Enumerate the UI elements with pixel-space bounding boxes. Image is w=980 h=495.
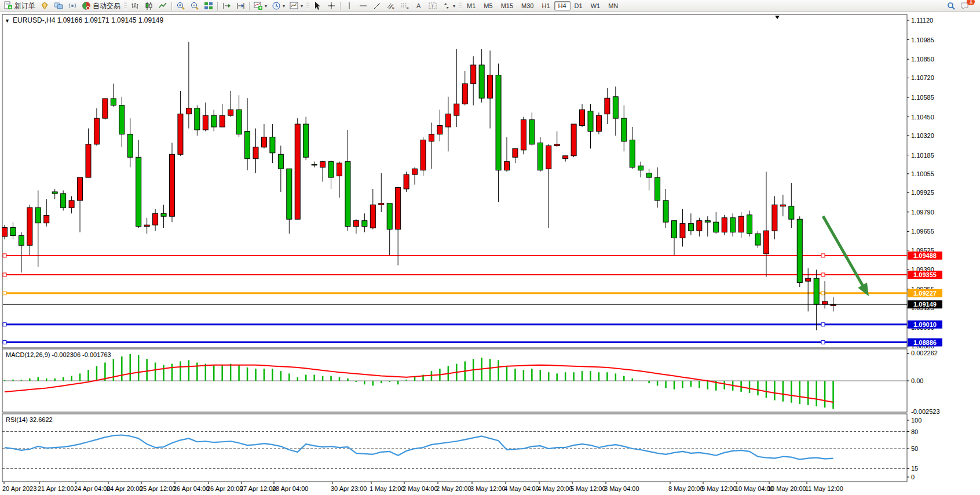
signal-icon — [68, 1, 77, 10]
chart-pane[interactable] — [2, 414, 907, 482]
line-handle[interactable] — [3, 254, 6, 257]
toolbar-grip — [459, 2, 462, 10]
notifications-button[interactable]: 1 — [958, 0, 972, 12]
toolbar-separator — [249, 2, 250, 10]
text-label-tool-button[interactable]: T — [426, 0, 440, 12]
svg-text:1.10185: 1.10185 — [911, 152, 934, 159]
arrows-tool-button[interactable]: ▾ — [440, 0, 458, 12]
search-button[interactable] — [944, 0, 958, 12]
notification-badge: 1 — [967, 0, 975, 5]
candle-chart-type-button[interactable] — [142, 0, 156, 12]
indicators-button[interactable]: ▾ — [287, 0, 305, 12]
line-handle[interactable] — [821, 323, 825, 326]
svg-text:1.09790: 1.09790 — [911, 209, 934, 216]
svg-text:-0.002523: -0.002523 — [911, 408, 940, 415]
search-icon — [946, 1, 956, 10]
autotrade-button[interactable]: 自动交易 — [79, 0, 123, 12]
equidistant-channel-tool-button[interactable]: E — [384, 0, 398, 12]
line-handle[interactable] — [821, 341, 825, 344]
line-handle[interactable] — [821, 254, 825, 257]
svg-text:1.10585: 1.10585 — [911, 94, 934, 101]
new-order-label: 新订单 — [14, 1, 35, 11]
tile-windows-icon — [204, 1, 213, 10]
text-tool-button[interactable]: A — [412, 0, 426, 12]
svg-text:1.08886: 1.08886 — [913, 339, 937, 346]
chart-window: 1.111201.109851.108501.107201.105851.104… — [0, 12, 980, 495]
time-label: 2 May 20:00 — [436, 485, 471, 492]
time-label: 10 May 20:00 — [767, 485, 806, 492]
trendline-tool-button[interactable] — [370, 0, 384, 12]
line-handle[interactable] — [3, 292, 6, 295]
data-window-button[interactable] — [65, 0, 79, 12]
line-handle[interactable] — [821, 292, 825, 295]
svg-text:1.09227: 1.09227 — [913, 290, 937, 297]
line-handle[interactable] — [821, 273, 825, 276]
fibonacci-tool-button[interactable]: F — [398, 0, 412, 12]
svg-text:A: A — [416, 2, 421, 9]
chart-menu-marker: ▼ — [5, 18, 10, 24]
tf-mn[interactable]: MN — [604, 1, 622, 10]
line-chart-type-button[interactable] — [156, 0, 170, 12]
tf-w1[interactable]: W1 — [587, 1, 605, 10]
crosshair-tool-button[interactable] — [324, 0, 338, 12]
line-handle[interactable] — [3, 273, 6, 276]
trading-terminal-window: { "toolbar": { "new_order_label": "新订单",… — [0, 0, 980, 495]
line-handle[interactable] — [3, 341, 6, 344]
terminals-icon — [54, 1, 63, 10]
time-label: 2 May 04:00 — [403, 485, 438, 492]
time-label: 5 May 12:00 — [571, 485, 606, 492]
line-chart-icon — [158, 1, 167, 10]
svg-text:100: 100 — [911, 417, 922, 424]
chart-shift-button[interactable] — [233, 0, 247, 12]
tf-m5[interactable]: M5 — [480, 1, 496, 10]
zoom-in-button[interactable] — [174, 0, 188, 12]
tf-h4[interactable]: H4 — [554, 1, 571, 10]
clock-icon — [272, 1, 281, 10]
cursor-icon — [313, 1, 322, 10]
time-label: 20 Apr 2023 — [2, 485, 36, 492]
market-watch-button[interactable] — [52, 0, 65, 12]
horizontal-line-icon — [359, 1, 368, 10]
time-label: 28 Apr 04:00 — [272, 485, 308, 492]
chart-title: EURUSD-,H4 1.09166 1.09171 1.09145 1.091… — [13, 16, 164, 24]
tf-m15[interactable]: M15 — [497, 1, 517, 10]
chart-canvas[interactable]: 1.111201.109851.108501.107201.105851.104… — [0, 12, 980, 495]
svg-text:1.09488: 1.09488 — [913, 252, 937, 259]
time-label: 3 May 12:00 — [470, 485, 506, 492]
time-label: 30 Apr 23:00 — [331, 485, 367, 492]
tf-m1[interactable]: M1 — [463, 1, 480, 10]
line-handle[interactable] — [3, 323, 6, 326]
zoom-out-button[interactable] — [188, 0, 202, 12]
period-button[interactable]: ▾ — [269, 0, 287, 12]
zoom-out-icon — [190, 1, 199, 10]
svg-text:1.09925: 1.09925 — [911, 189, 934, 196]
toolbar-grip — [306, 2, 309, 10]
bar-chart-type-button[interactable] — [128, 0, 142, 12]
svg-text:T: T — [431, 3, 434, 9]
svg-text:1.09010: 1.09010 — [913, 321, 937, 328]
time-axis[interactable] — [4, 482, 807, 484]
svg-text:1.10450: 1.10450 — [911, 114, 934, 121]
time-label: 25 Apr 12:00 — [140, 485, 175, 492]
horizontal-line-tool-button[interactable] — [356, 0, 370, 12]
svg-text:50: 50 — [911, 445, 918, 452]
new-chart-button[interactable]: ▾ — [251, 0, 269, 12]
svg-text:1.09655: 1.09655 — [911, 228, 934, 235]
favorites-button[interactable] — [38, 0, 52, 12]
tf-m30[interactable]: M30 — [517, 1, 537, 10]
tf-d1[interactable]: D1 — [571, 1, 587, 10]
auto-scroll-button[interactable] — [220, 0, 233, 12]
tf-h1[interactable]: H1 — [537, 1, 554, 10]
svg-text:80: 80 — [911, 428, 918, 435]
svg-text:1.10320: 1.10320 — [911, 132, 934, 139]
new-order-button[interactable]: 新订单 — [1, 0, 38, 12]
chart-shift-icon — [236, 1, 245, 10]
autotrade-icon — [82, 1, 91, 10]
toolbar-separator — [340, 2, 341, 10]
cursor-tool-button[interactable] — [310, 0, 324, 12]
indicators-icon — [290, 1, 299, 10]
time-label: 24 Apr 04:00 — [74, 485, 110, 492]
tile-windows-button[interactable] — [202, 0, 215, 12]
toolbar-separator — [217, 2, 218, 10]
vertical-line-tool-button[interactable] — [342, 0, 356, 12]
